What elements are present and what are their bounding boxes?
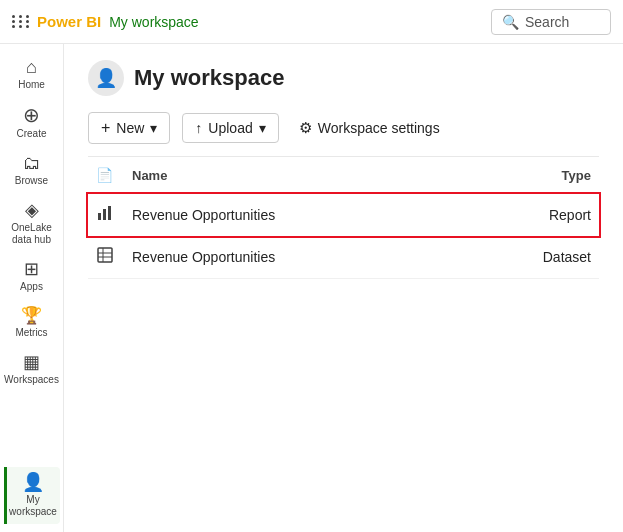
workspace-title-row: 👤 My workspace [88, 60, 599, 96]
workspace-avatar: 👤 [88, 60, 124, 96]
create-icon: ⊕ [23, 105, 40, 125]
sidebar-item-my-workspace[interactable]: 👤 My workspace [4, 467, 60, 524]
row-name: Revenue Opportunities [124, 236, 462, 279]
row-icon-cell [88, 236, 124, 279]
table-row[interactable]: Revenue Opportunities Report [88, 194, 599, 237]
sidebar-item-metrics[interactable]: 🏆 Metrics [4, 301, 60, 345]
svg-rect-3 [98, 248, 112, 262]
upload-chevron-icon: ▾ [259, 120, 266, 136]
table-row[interactable]: Revenue Opportunities Dataset [88, 236, 599, 279]
plus-icon: + [101, 119, 110, 137]
content-area: 👤 My workspace + New ▾ ↑ Upload ▾ ⚙ [64, 44, 623, 532]
avatar-icon: 👤 [95, 67, 117, 89]
items-table: 📄 Name Type [88, 157, 599, 279]
sidebar-item-create[interactable]: ⊕ Create [4, 99, 60, 146]
dataset-icon [96, 250, 114, 267]
sidebar-item-home[interactable]: ⌂ Home [4, 52, 60, 97]
workspace-header: 👤 My workspace + New ▾ ↑ Upload ▾ ⚙ [64, 44, 623, 157]
sidebar-item-browse[interactable]: 🗂 Browse [4, 148, 60, 193]
row-type: Report [462, 194, 599, 237]
search-button[interactable]: 🔍 Search [491, 9, 611, 35]
row-name: Revenue Opportunities [124, 194, 462, 237]
grid-icon [12, 15, 31, 28]
search-label: Search [525, 14, 569, 30]
sidebar-item-onelake[interactable]: ◈ OneLakedata hub [4, 195, 60, 252]
row-type: Dataset [462, 236, 599, 279]
toolbar: + New ▾ ↑ Upload ▾ ⚙ Workspace settings [88, 112, 599, 157]
col-name-header: Name [124, 157, 462, 194]
sidebar-item-apps[interactable]: ⊞ Apps [4, 254, 60, 299]
table-area: 📄 Name Type [64, 157, 623, 532]
svg-rect-1 [103, 209, 106, 220]
browse-icon: 🗂 [23, 154, 41, 172]
settings-gear-icon: ⚙ [299, 119, 312, 137]
page-title: My workspace [134, 65, 284, 91]
main-layout: ⌂ Home ⊕ Create 🗂 Browse ◈ OneLakedata h… [0, 44, 623, 532]
workspace-breadcrumb-link[interactable]: My workspace [109, 14, 198, 30]
file-icon: 📄 [96, 167, 113, 183]
sidebar: ⌂ Home ⊕ Create 🗂 Browse ◈ OneLakedata h… [0, 44, 64, 532]
apps-icon: ⊞ [24, 260, 39, 278]
workspaces-icon: ▦ [23, 353, 40, 371]
col-type-header: Type [462, 157, 599, 194]
app-logo: Power BI [12, 13, 101, 30]
search-icon: 🔍 [502, 14, 519, 30]
report-icon [96, 208, 114, 225]
metrics-icon: 🏆 [21, 307, 42, 324]
svg-rect-2 [108, 206, 111, 220]
col-icon-header: 📄 [88, 157, 124, 194]
upload-button[interactable]: ↑ Upload ▾ [182, 113, 278, 143]
upload-icon: ↑ [195, 120, 202, 136]
topbar: Power BI My workspace 🔍 Search [0, 0, 623, 44]
sidebar-item-workspaces[interactable]: ▦ Workspaces [4, 347, 60, 392]
my-workspace-icon: 👤 [22, 473, 44, 491]
home-icon: ⌂ [26, 58, 37, 76]
onelake-icon: ◈ [25, 201, 39, 219]
app-name: Power BI [37, 13, 101, 30]
chevron-down-icon: ▾ [150, 120, 157, 136]
svg-rect-0 [98, 213, 101, 220]
new-button[interactable]: + New ▾ [88, 112, 170, 144]
row-icon-cell [88, 194, 124, 237]
workspace-settings-button[interactable]: ⚙ Workspace settings [291, 113, 448, 143]
